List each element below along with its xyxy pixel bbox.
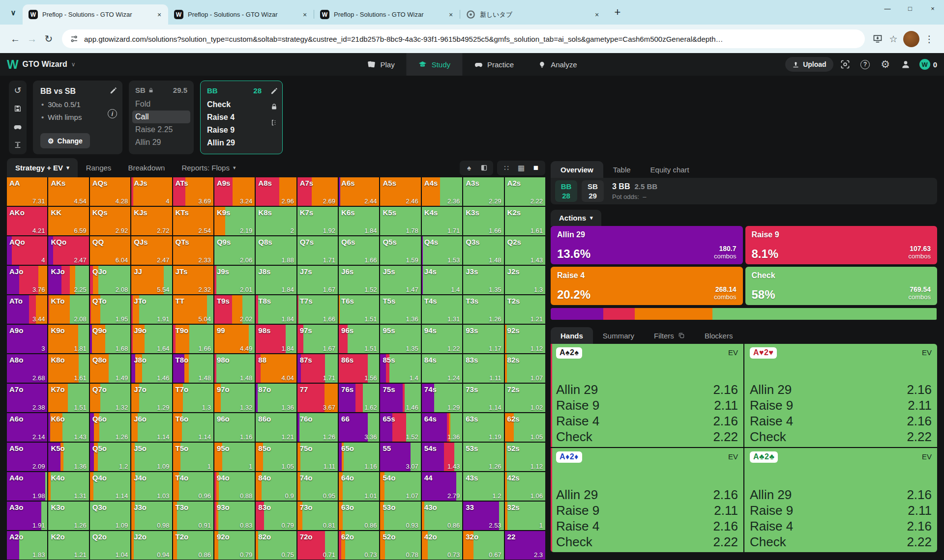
matrix-cell-43s[interactable]: 43s1.2: [463, 472, 503, 501]
matrix-cell-A5s[interactable]: A5s2.46: [380, 177, 420, 206]
matrix-cell-84o[interactable]: 84o0.9: [256, 472, 296, 501]
matrix-cell-Q5s[interactable]: Q5s1.59: [380, 236, 420, 265]
matrix-cell-K4s[interactable]: K4s1.71: [422, 207, 462, 235]
browser-tab-3[interactable]: W Preflop - Solutions - GTO Wizar ×: [314, 4, 460, 25]
nav-item-study[interactable]: Study: [407, 53, 462, 76]
tab-summary[interactable]: Summary: [593, 327, 644, 344]
matrix-cell-A3o[interactable]: A3o1.91: [7, 502, 47, 530]
matrix-cell-94o[interactable]: 94o0.88: [214, 472, 255, 501]
matrix-cell-J4s[interactable]: J4s1.4: [422, 266, 462, 294]
matrix-cell-32s[interactable]: 32s1: [505, 502, 545, 530]
matrix-cell-K8o[interactable]: K8o1.61: [48, 354, 88, 383]
matrix-cell-K2s[interactable]: K2s1.61: [505, 207, 545, 235]
hand-card-diamond[interactable]: A♦2♦EVAllin 292.16Raise 92.11Raise 42.16…: [551, 448, 743, 552]
matrix-cell-J4o[interactable]: J4o1.03: [131, 472, 172, 501]
nav-item-practice[interactable]: Practice: [462, 53, 526, 76]
matrix-cell-T7s[interactable]: T7s1.66: [297, 295, 338, 324]
matrix-cell-A6o[interactable]: A6o2.14: [7, 413, 47, 442]
matrix-cell-53o[interactable]: 53o0.93: [380, 502, 420, 530]
help-button[interactable]: ?: [857, 57, 874, 72]
tab-close-button[interactable]: ×: [300, 10, 310, 20]
matrix-cell-Q2o[interactable]: Q2o1.04: [90, 531, 130, 560]
matrix-cell-J6s[interactable]: J6s1.52: [339, 266, 379, 294]
lock-icon[interactable]: [270, 103, 278, 111]
matrix-cell-42s[interactable]: 42s1.06: [505, 472, 545, 501]
full-view-button[interactable]: ■: [530, 162, 542, 174]
matrix-cell-Q3o[interactable]: Q3o1.09: [90, 502, 130, 530]
wizard-coins[interactable]: W 0: [919, 59, 937, 70]
matrix-cell-Q9o[interactable]: Q9o1.68: [90, 325, 130, 353]
browser-tab-2[interactable]: W Preflop - Solutions - GTO Wizar ×: [168, 4, 314, 25]
matrix-cell-Q7s[interactable]: Q7s1.71: [297, 236, 338, 265]
matrix-cell-K3s[interactable]: K3s1.66: [463, 207, 503, 235]
matrix-cell-92o[interactable]: 92o0.79: [214, 531, 255, 560]
hand-card-club[interactable]: A♣2♣EVAllin 292.16Raise 92.11Raise 42.16…: [744, 448, 937, 552]
table-scanner-button[interactable]: [837, 57, 854, 72]
matrix-cell-AJs[interactable]: AJs4: [131, 177, 172, 206]
matrix-cell-QTo[interactable]: QTo1.95: [90, 295, 130, 324]
range-bracket-icon[interactable]: [270, 119, 278, 126]
matrix-cell-QTs[interactable]: QTs2.33: [173, 236, 213, 265]
action-card-raise-4[interactable]: Raise 420.2%268.14combos: [551, 267, 743, 305]
matrix-cell-94s[interactable]: 94s1.22: [422, 325, 462, 353]
tab-table[interactable]: Table: [603, 161, 641, 178]
matrix-cell-QJo[interactable]: QJo2.08: [90, 266, 130, 294]
matrix-cell-J6o[interactable]: J6o1.14: [131, 413, 172, 442]
tab-hands[interactable]: Hands: [551, 327, 593, 344]
matrix-cell-T9o[interactable]: T9o1.66: [173, 325, 213, 353]
matrix-cell-32o[interactable]: 32o0.67: [463, 531, 503, 560]
bookmark-star-button[interactable]: ☆: [885, 31, 901, 47]
install-app-button[interactable]: [870, 31, 885, 47]
tab-ranges[interactable]: Ranges: [78, 158, 120, 177]
matrix-cell-87s[interactable]: 87s1.71: [297, 354, 338, 383]
matrix-cell-64s[interactable]: 64s1.36: [422, 413, 462, 442]
matrix-cell-99[interactable]: 994.49: [214, 325, 255, 353]
matrix-cell-53s[interactable]: 53s1.26: [463, 443, 503, 471]
matrix-cell-KJs[interactable]: KJs2.72: [131, 207, 172, 235]
matrix-cell-63o[interactable]: 63o0.86: [339, 502, 379, 530]
tab-close-button[interactable]: ×: [446, 10, 456, 20]
matrix-cell-T6o[interactable]: T6o1.14: [173, 413, 213, 442]
matrix-cell-KJo[interactable]: KJo2.25: [48, 266, 88, 294]
matrix-cell-85s[interactable]: 85s1.4: [380, 354, 420, 383]
matrix-cell-T5o[interactable]: T5o1: [173, 443, 213, 471]
matrix-cell-42o[interactable]: 42o0.73: [422, 531, 462, 560]
bb-stack-chip[interactable]: BB 28: [555, 180, 577, 202]
matrix-cell-T8o[interactable]: T8o1.48: [173, 354, 213, 383]
matrix-cell-76o[interactable]: 76o1.26: [297, 413, 338, 442]
matrix-cell-J9s[interactable]: J9s2.01: [214, 266, 255, 294]
matrix-cell-22[interactable]: 222.3: [505, 531, 545, 560]
matrix-cell-AA[interactable]: AA7.31: [7, 177, 47, 206]
matrix-cell-98s[interactable]: 98s1.84: [256, 325, 296, 353]
action-card-allin-29[interactable]: Allin 2913.6%180.7combos: [551, 226, 743, 264]
matrix-cell-A4o[interactable]: A4o1.98: [7, 472, 47, 501]
matrix-cell-52s[interactable]: 52s1.12: [505, 443, 545, 471]
matrix-cell-QJs[interactable]: QJs2.47: [131, 236, 172, 265]
matrix-cell-72o[interactable]: 72o0.71: [297, 531, 338, 560]
sb-action-raise225[interactable]: Raise 2.25: [132, 123, 190, 136]
matrix-cell-93o[interactable]: 93o0.83: [214, 502, 255, 530]
matrix-cell-96s[interactable]: 96s1.51: [339, 325, 379, 353]
upload-button[interactable]: Upload: [785, 57, 833, 72]
matrix-cell-93s[interactable]: 93s1.17: [463, 325, 503, 353]
matrix-cell-84s[interactable]: 84s1.24: [422, 354, 462, 383]
matrix-cell-K9o[interactable]: K9o1.81: [48, 325, 88, 353]
matrix-cell-A8s[interactable]: A8s2.96: [256, 177, 296, 206]
matrix-cell-74o[interactable]: 74o0.95: [297, 472, 338, 501]
matrix-cell-T9s[interactable]: T9s2.02: [214, 295, 255, 324]
matrix-cell-66[interactable]: 663.36: [339, 413, 379, 442]
bb-action-raise9[interactable]: Raise 9: [204, 124, 266, 137]
matrix-cell-Q6s[interactable]: Q6s1.66: [339, 236, 379, 265]
matrix-cell-K9s[interactable]: K9s2.19: [214, 207, 255, 235]
matrix-cell-KK[interactable]: KK6.59: [48, 207, 88, 235]
matrix-cell-AQs[interactable]: AQs4.28: [90, 177, 130, 206]
matrix-cell-74s[interactable]: 74s1.29: [422, 384, 462, 412]
matrix-cell-K5o[interactable]: K5o1.36: [48, 443, 88, 471]
matrix-cell-KTo[interactable]: KTo2.08: [48, 295, 88, 324]
matrix-cell-83o[interactable]: 83o0.79: [256, 502, 296, 530]
matrix-cell-A9o[interactable]: A9o3: [7, 325, 47, 353]
fit-height-icon[interactable]: [14, 141, 22, 149]
chevron-down-icon[interactable]: ∨: [71, 61, 76, 68]
matrix-cell-KQo[interactable]: KQo2.47: [48, 236, 88, 265]
hand-card-spade[interactable]: A♠2♠EVAllin 292.16Raise 92.11Raise 42.16…: [551, 344, 743, 447]
